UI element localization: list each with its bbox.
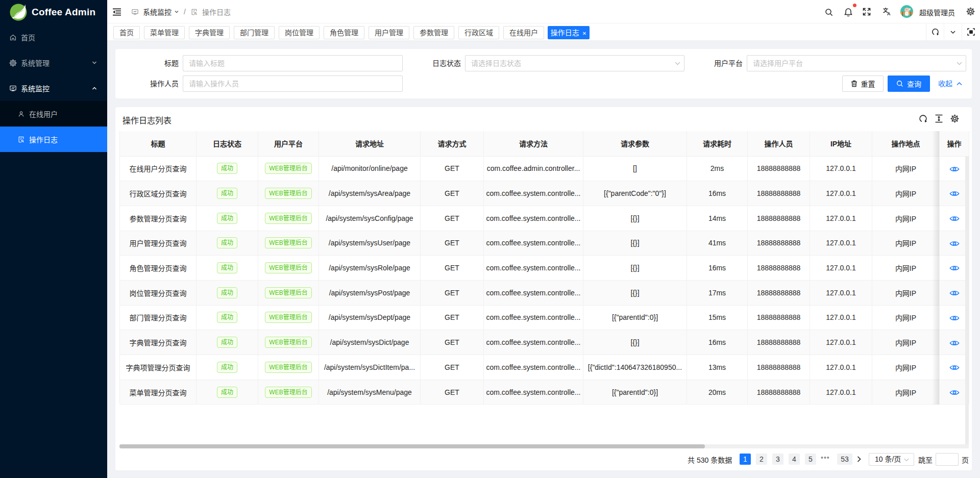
svg-text:A: A <box>887 11 891 16</box>
